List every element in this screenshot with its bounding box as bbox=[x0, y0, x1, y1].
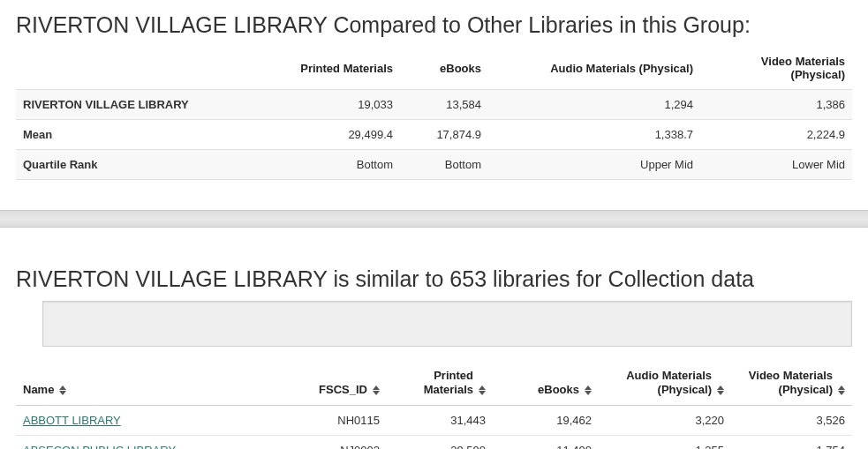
cell: 19,033 bbox=[263, 90, 400, 120]
cell: 1,386 bbox=[700, 90, 852, 120]
table-row: ABBOTT LIBRARY NH0115 31,443 19,462 3,22… bbox=[16, 406, 852, 436]
horizontal-scroll-region[interactable] bbox=[42, 301, 852, 347]
cell: 29,590 bbox=[387, 436, 493, 449]
row-label: RIVERTON VILLAGE LIBRARY bbox=[16, 90, 263, 120]
cell: Bottom bbox=[263, 150, 400, 180]
col-label: FSCS_ID bbox=[319, 383, 367, 397]
col-label: Audio Materials (Physical) bbox=[606, 369, 712, 396]
table-row: RIVERTON VILLAGE LIBRARY 19,033 13,584 1… bbox=[16, 90, 852, 120]
cell: 31,443 bbox=[387, 406, 493, 436]
sort-icon[interactable] bbox=[838, 385, 845, 395]
sort-icon[interactable] bbox=[585, 385, 592, 395]
col-label: Video Materials (Physical) bbox=[738, 369, 833, 396]
library-link[interactable]: ABSECON PUBLIC LIBRARY bbox=[23, 444, 176, 449]
cell: 11,400 bbox=[493, 436, 599, 449]
col-printed: Printed Materials bbox=[263, 47, 400, 90]
col-video: Video Materials (Physical) bbox=[700, 47, 852, 90]
col-label: eBooks bbox=[538, 383, 579, 397]
col-name[interactable]: Name bbox=[16, 361, 281, 406]
table-row: Mean 29,499.4 17,874.9 1,338.7 2,224.9 bbox=[16, 120, 852, 150]
library-link[interactable]: ABBOTT LIBRARY bbox=[23, 414, 121, 427]
cell: 1,754 bbox=[731, 436, 852, 449]
cell: Bottom bbox=[400, 150, 488, 180]
cell: NH0115 bbox=[281, 406, 387, 436]
cell: NJ0002 bbox=[281, 436, 387, 449]
cell: 1,255 bbox=[599, 436, 731, 449]
table-row: Quartile Rank Bottom Bottom Upper Mid Lo… bbox=[16, 150, 852, 180]
cell: 19,462 bbox=[493, 406, 599, 436]
similar-libraries-table: Name FSCS_ID Printed Materials bbox=[16, 361, 852, 449]
col-audio[interactable]: Audio Materials (Physical) bbox=[599, 361, 731, 406]
col-ebooks: eBooks bbox=[400, 47, 488, 90]
col-fscs[interactable]: FSCS_ID bbox=[281, 361, 387, 406]
similar-heading: RIVERTON VILLAGE LIBRARY is similar to 6… bbox=[16, 266, 852, 292]
sort-icon[interactable] bbox=[373, 385, 380, 395]
cell: 1,338.7 bbox=[488, 120, 700, 150]
cell: 2,224.9 bbox=[700, 120, 852, 150]
cell: 3,526 bbox=[731, 406, 852, 436]
comparison-heading: RIVERTON VILLAGE LIBRARY Compared to Oth… bbox=[16, 12, 852, 38]
section-divider bbox=[0, 210, 868, 228]
cell: 17,874.9 bbox=[400, 120, 488, 150]
cell: 3,220 bbox=[599, 406, 731, 436]
cell: 29,499.4 bbox=[263, 120, 400, 150]
comparison-table: Printed Materials eBooks Audio Materials… bbox=[16, 47, 852, 180]
cell: 13,584 bbox=[400, 90, 488, 120]
col-audio: Audio Materials (Physical) bbox=[488, 47, 700, 90]
col-blank bbox=[16, 47, 263, 90]
sort-icon[interactable] bbox=[717, 385, 724, 395]
col-label: Name bbox=[23, 383, 54, 397]
cell: 1,294 bbox=[488, 90, 700, 120]
col-ebooks[interactable]: eBooks bbox=[493, 361, 599, 406]
row-label: Quartile Rank bbox=[16, 150, 263, 180]
table-row: ABSECON PUBLIC LIBRARY NJ0002 29,590 11,… bbox=[16, 436, 852, 449]
col-printed[interactable]: Printed Materials bbox=[387, 361, 493, 406]
col-label: Printed Materials bbox=[394, 369, 473, 396]
col-video[interactable]: Video Materials (Physical) bbox=[731, 361, 852, 406]
cell: Upper Mid bbox=[488, 150, 700, 180]
sort-icon[interactable] bbox=[59, 385, 66, 395]
cell: Lower Mid bbox=[700, 150, 852, 180]
sort-icon[interactable] bbox=[479, 385, 486, 395]
row-label: Mean bbox=[16, 120, 263, 150]
